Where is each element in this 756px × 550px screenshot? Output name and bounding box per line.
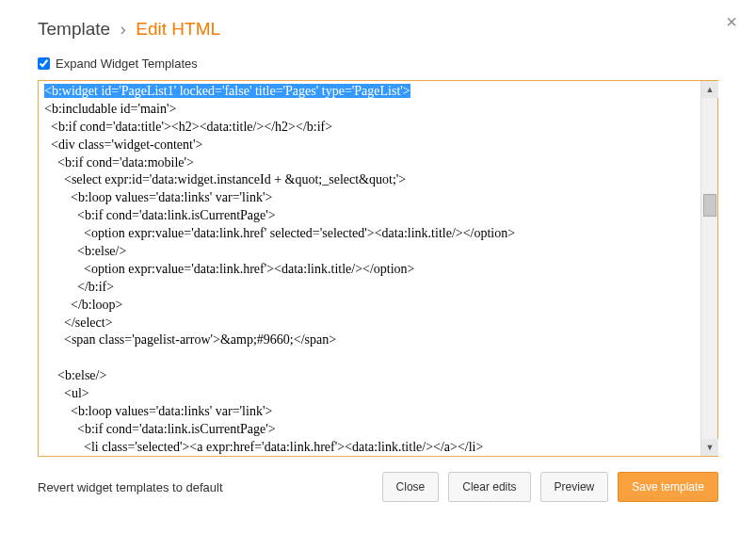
modal-footer: Revert widget templates to default Close… <box>38 472 718 502</box>
breadcrumb-separator: › <box>121 19 126 39</box>
code-editor[interactable]: <b:widget id='PageList1' locked='false' … <box>39 81 700 456</box>
code-highlighted-line: <b:widget id='PageList1' locked='false' … <box>44 84 410 98</box>
save-template-button[interactable]: Save template <box>618 472 718 502</box>
scroll-up-arrow-icon[interactable]: ▲ <box>701 81 718 98</box>
vertical-scrollbar[interactable]: ▲ ▼ <box>700 81 717 456</box>
header-subtitle: Edit HTML <box>136 19 220 39</box>
clear-edits-button[interactable]: Clear edits <box>448 472 530 502</box>
expand-widgets-checkbox[interactable] <box>38 57 50 70</box>
revert-link[interactable]: Revert widget templates to default <box>38 480 373 494</box>
code-body: <b:includable id='main'> <b:if cond='dat… <box>44 102 515 456</box>
scroll-down-arrow-icon[interactable]: ▼ <box>701 439 718 456</box>
code-editor-container: <b:widget id='PageList1' locked='false' … <box>38 80 718 457</box>
scrollbar-thumb[interactable] <box>703 194 716 217</box>
close-button[interactable]: Close <box>382 472 440 502</box>
close-icon[interactable]: × <box>726 11 737 33</box>
preview-button[interactable]: Preview <box>540 472 609 502</box>
expand-widgets-row: Expand Widget Templates <box>38 57 718 71</box>
header-title: Template <box>38 19 110 39</box>
modal-header: Template › Edit HTML <box>38 19 718 40</box>
expand-widgets-label: Expand Widget Templates <box>56 57 198 71</box>
template-editor-modal: × Template › Edit HTML Expand Widget Tem… <box>0 0 756 521</box>
